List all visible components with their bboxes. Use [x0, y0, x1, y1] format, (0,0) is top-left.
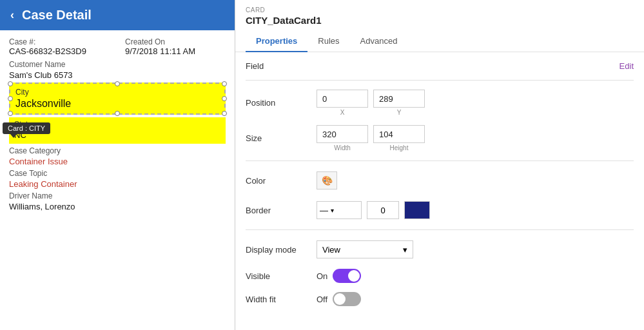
size-width-input[interactable] [317, 125, 368, 143]
tabs: Properties Rules Advanced [246, 31, 634, 52]
field-label: Field [246, 61, 317, 71]
app-preview: ‹ Case Detail Case #: CAS-66832-B2S3D9 C… [0, 0, 235, 330]
panel-header: CARD CITY_DataCard1 Properties Rules Adv… [235, 0, 644, 52]
size-width-group: Width [317, 125, 368, 151]
handle-ml[interactable] [8, 96, 13, 101]
case-topic-value: Leaking Container [9, 179, 226, 189]
case-body: Case #: CAS-66832-B2S3D9 Created On 9/7/… [0, 30, 235, 220]
color-picker-button[interactable]: 🎨 [317, 171, 337, 189]
divider-3 [246, 229, 634, 230]
handle-bl[interactable] [8, 111, 13, 116]
border-line-style: — [320, 206, 328, 215]
size-width-sub: Width [334, 144, 351, 151]
border-row: Border — ▾ [246, 200, 634, 220]
position-x-sub: X [340, 109, 345, 116]
position-x-input[interactable] [317, 90, 368, 108]
back-arrow-icon[interactable]: ‹ [10, 8, 14, 22]
position-y-sub: Y [397, 109, 402, 116]
case-category-value: Container Issue [9, 157, 226, 166]
color-controls: 🎨 [317, 171, 634, 189]
customer-name-value: Sam's Club 6573 [9, 70, 226, 80]
created-on-label: Created On [125, 37, 165, 46]
visible-toggle-knob [348, 270, 360, 282]
handle-tc[interactable] [115, 81, 120, 86]
city-tooltip: Card : CITY [3, 122, 50, 134]
divider-1 [246, 80, 634, 81]
card-name: CITY_DataCard1 [246, 15, 634, 26]
width-fit-status: Off [317, 295, 327, 304]
size-height-group: Height [373, 125, 425, 151]
size-height-input[interactable] [373, 125, 425, 143]
created-on-col: Created On 9/7/2018 11:11 AM [125, 37, 195, 56]
width-fit-toggle-knob [334, 293, 346, 305]
field-edit-link[interactable]: Edit [620, 61, 634, 71]
visible-label: Visible [246, 271, 317, 281]
color-label: Color [246, 176, 317, 186]
color-picker-icon: 🎨 [322, 175, 333, 186]
border-thickness-input[interactable] [367, 201, 399, 219]
display-mode-arrow-icon: ▾ [403, 245, 407, 255]
width-fit-row: Width fit Off [246, 292, 634, 306]
panel-body: Field Edit Position X Y Size [235, 52, 644, 330]
tab-properties[interactable]: Properties [246, 31, 307, 52]
border-label: Border [246, 206, 317, 215]
visible-row: Visible On [246, 269, 634, 283]
position-x-group: X [317, 90, 368, 116]
handle-mr[interactable] [222, 96, 227, 101]
customer-name-section: Customer Name Sam's Club 6573 [9, 60, 226, 80]
driver-name-value: Williams, Lorenzo [9, 202, 226, 211]
display-mode-controls: View ▾ [317, 240, 634, 258]
size-row: Size Width Height [246, 125, 634, 151]
color-row: Color 🎨 [246, 170, 634, 191]
properties-panel: CARD CITY_DataCard1 Properties Rules Adv… [235, 0, 644, 330]
handle-tl[interactable] [8, 81, 13, 86]
size-controls: Width Height [317, 125, 634, 151]
driver-name-section: Driver Name Williams, Lorenzo [9, 191, 226, 211]
divider-2 [246, 160, 634, 161]
width-fit-label: Width fit [246, 295, 317, 304]
city-label: City [15, 88, 219, 97]
handle-bc[interactable] [115, 111, 120, 116]
tab-advanced[interactable]: Advanced [350, 31, 408, 52]
position-label: Position [246, 98, 317, 108]
case-row-header: Case #: CAS-66832-B2S3D9 Created On 9/7/… [9, 37, 226, 56]
driver-name-label: Driver Name [9, 191, 226, 200]
handle-tr[interactable] [222, 81, 227, 86]
case-number-col: Case #: CAS-66832-B2S3D9 [9, 37, 86, 56]
customer-name-label: Customer Name [9, 60, 226, 69]
visible-status: On [317, 271, 327, 281]
border-color-swatch[interactable] [404, 201, 430, 219]
display-mode-label: Display mode [246, 245, 317, 255]
header-title: Case Detail [22, 8, 92, 23]
tab-rules[interactable]: Rules [307, 31, 349, 52]
handle-br[interactable] [222, 111, 227, 116]
position-row: Position X Y [246, 90, 634, 116]
size-height-sub: Height [390, 144, 409, 151]
card-type-label: CARD [246, 6, 634, 14]
case-number-label: Case #: [9, 37, 35, 46]
case-category-section: Case Category Container Issue [9, 146, 226, 166]
display-mode-select[interactable]: View ▾ [317, 240, 413, 258]
case-detail-header: ‹ Case Detail [0, 0, 235, 30]
field-row: Field Edit [246, 61, 634, 71]
display-mode-value: View [322, 245, 340, 255]
position-controls: X Y [317, 90, 634, 116]
display-mode-row: Display mode View ▾ [246, 239, 634, 260]
border-style-select[interactable]: — ▾ [317, 201, 362, 219]
case-category-label: Case Category [9, 146, 226, 155]
visible-toggle[interactable] [333, 269, 361, 283]
city-value: Jacksonville [15, 98, 219, 110]
position-y-input[interactable] [373, 90, 425, 108]
created-on-value: 9/7/2018 11:11 AM [125, 46, 195, 56]
border-dropdown-arrow-icon: ▾ [331, 207, 334, 214]
width-fit-toggle[interactable] [333, 292, 361, 306]
border-controls: — ▾ [317, 201, 634, 219]
case-number-value: CAS-66832-B2S3D9 [9, 46, 86, 56]
size-label: Size [246, 133, 317, 143]
city-card[interactable]: City Jacksonville [9, 82, 226, 115]
case-topic-label: Case Topic [9, 169, 226, 178]
position-y-group: Y [373, 90, 425, 116]
case-topic-section: Case Topic Leaking Container [9, 169, 226, 189]
